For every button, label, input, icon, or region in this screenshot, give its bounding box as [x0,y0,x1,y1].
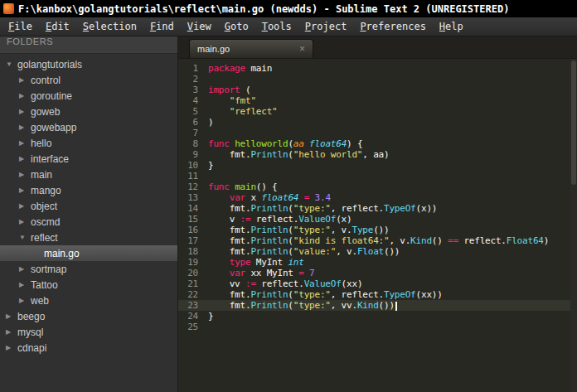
code-line[interactable]: 17 fmt.Println("kind is float64:", v.Kin… [178,235,577,246]
chevron-right-icon[interactable]: ▶ [19,108,31,115]
line-number: 8 [178,138,208,149]
line-number: 11 [178,171,208,181]
code-text: } [208,311,577,322]
line-number: 17 [178,235,208,246]
tree-item-label: goweb [31,106,60,118]
code-line[interactable]: 19 type MyInt int [178,257,577,268]
chevron-right-icon[interactable]: ▶ [19,265,31,273]
text-cursor [395,302,397,311]
code-line[interactable]: 14 fmt.Println("type:", reflect.TypeOf(x… [178,203,577,214]
chevron-right-icon[interactable]: ▶ [19,139,31,147]
chevron-right-icon[interactable]: ▶ [19,297,31,304]
code-line[interactable]: 23 fmt.Println("type:", vv.Kind()) [178,300,577,311]
chevron-right-icon[interactable]: ▶ [6,344,17,351]
line-number: 3 [178,85,208,95]
sidebar: FOLDERS ▼golangtutorials▶control▶gorouti… [0,36,178,392]
menu-item-goto[interactable]: Goto [218,18,255,35]
menu-item-view[interactable]: View [181,18,218,35]
code-line[interactable]: 3import ( [178,85,577,95]
code-line[interactable]: 11 [178,171,577,181]
folder-item-gowebapp[interactable]: ▶gowebapp [0,119,177,135]
folder-item-hello[interactable]: ▶hello [0,135,177,151]
tree-item-label: mysql [17,327,43,338]
chevron-down-icon[interactable]: ▼ [19,234,31,241]
folder-item-oscmd[interactable]: ▶oscmd [0,214,177,230]
code-line[interactable]: 9 fmt.Println("hello world", aa) [178,149,577,160]
tree-item-label: gowebapp [31,122,76,133]
code-line[interactable]: 24} [178,311,577,322]
folder-item-mysql[interactable]: ▶mysql [0,324,177,340]
tab-bar: main.go × [178,36,577,59]
code-line[interactable]: 4 "fmt" [178,95,577,106]
code-text [208,171,577,181]
folder-item-cdnapi[interactable]: ▶cdnapi [0,340,177,356]
folder-item-golangtutorials[interactable]: ▼golangtutorials [0,56,177,72]
menu-item-project[interactable]: Project [298,18,354,35]
menu-item-selection[interactable]: Selection [76,18,143,35]
chevron-right-icon[interactable]: ▶ [19,186,31,194]
code-line[interactable]: 22 fmt.Println("type:", reflect.TypeOf(x… [178,289,577,300]
folder-item-web[interactable]: ▶web [0,293,177,308]
line-number: 20 [178,268,208,278]
code-text: fmt.Println("type:", reflect.TypeOf(xx)) [208,289,577,300]
menu-item-edit[interactable]: Edit [39,18,76,35]
chevron-down-icon[interactable]: ▼ [6,60,17,68]
code-text: } [208,160,577,171]
code-line[interactable]: 15 v := reflect.ValueOf(x) [178,214,577,225]
chevron-right-icon[interactable]: ▶ [19,218,31,225]
folder-tree: ▼golangtutorials▶control▶goroutine▶goweb… [0,54,177,392]
folder-item-control[interactable]: ▶control [0,72,177,88]
close-icon[interactable]: × [299,44,305,54]
scrollbar-thumb[interactable] [571,60,576,185]
chevron-right-icon[interactable]: ▶ [6,328,17,336]
folder-item-main[interactable]: ▶main [0,167,177,182]
menu-bar: FileEditSelectionFindViewGotoToolsProjec… [0,17,577,36]
window-title: F:\kanbox\golangtutorials\reflect\main.g… [18,3,509,15]
folder-item-sortmap[interactable]: ▶sortmap [0,261,177,277]
code-line[interactable]: 1package main [178,63,577,74]
code-text: fmt.Println("value:", v.Float()) [208,246,577,257]
code-text: var x float64 = 3.4 [208,192,577,203]
chevron-right-icon[interactable]: ▶ [19,76,31,84]
chevron-right-icon[interactable]: ▶ [19,281,31,288]
vertical-scrollbar[interactable] [570,59,577,392]
chevron-right-icon[interactable]: ▶ [19,171,31,178]
tree-item-label: mango [31,185,61,196]
chevron-right-icon[interactable]: ▶ [6,312,17,320]
folder-item-interface[interactable]: ▶interface [0,151,177,167]
menu-item-find[interactable]: Find [143,18,181,35]
folder-item-reflect[interactable]: ▼reflect [0,230,177,245]
code-line[interactable]: 13 var x float64 = 3.4 [178,192,577,203]
code-line[interactable]: 20 var xx MyInt = 7 [178,268,577,278]
folder-item-tattoo[interactable]: ▶Tattoo [0,277,177,293]
menu-item-tools[interactable]: Tools [255,18,298,35]
code-line[interactable]: 12func main() { [178,181,577,192]
folder-item-object[interactable]: ▶object [0,198,177,214]
line-number: 14 [178,203,208,214]
menu-item-help[interactable]: Help [433,18,470,35]
chevron-right-icon[interactable]: ▶ [19,155,31,162]
code-line[interactable]: 6) [178,117,577,128]
code-line[interactable]: 10} [178,160,577,171]
chevron-right-icon[interactable]: ▶ [19,202,31,210]
code-line[interactable]: 2 [178,74,577,85]
chevron-right-icon[interactable]: ▶ [19,123,31,131]
folder-item-goroutine[interactable]: ▶goroutine [0,88,177,104]
code-line[interactable]: 8func helloworld(aa float64) { [178,138,577,149]
chevron-right-icon[interactable]: ▶ [19,92,31,99]
code-editor[interactable]: 1package main23import (4 "fmt"5 "reflect… [178,59,577,392]
code-line[interactable]: 16 fmt.Println("type:", v.Type()) [178,225,577,235]
code-line[interactable]: 25 [178,322,577,332]
code-text: fmt.Println("kind is float64:", v.Kind()… [208,235,577,246]
code-line[interactable]: 5 "reflect" [178,106,577,117]
code-line[interactable]: 7 [178,128,577,138]
folder-item-mango[interactable]: ▶mango [0,182,177,198]
tab-main-go[interactable]: main.go × [189,39,313,58]
code-line[interactable]: 21 vv := reflect.ValueOf(xx) [178,278,577,289]
menu-item-preferences[interactable]: Preferences [353,18,432,35]
folder-item-goweb[interactable]: ▶goweb [0,104,177,119]
code-line[interactable]: 18 fmt.Println("value:", v.Float()) [178,246,577,257]
file-item-main-go[interactable]: main.go [0,245,177,261]
folder-item-beego[interactable]: ▶beego [0,308,177,324]
menu-item-file[interactable]: File [2,18,39,35]
